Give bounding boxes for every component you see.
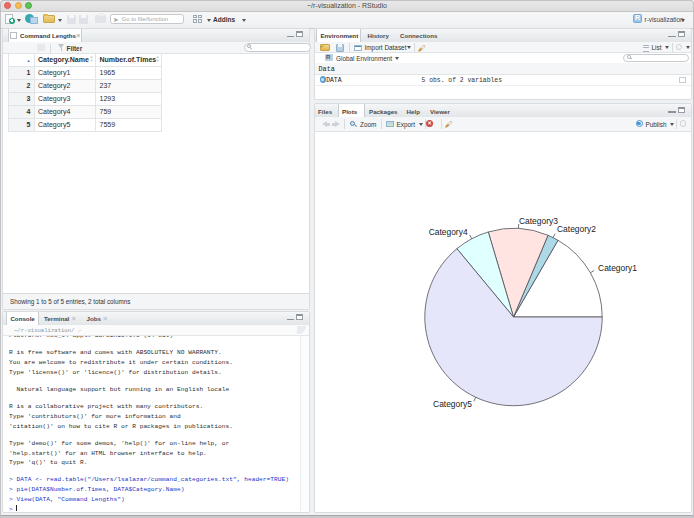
- svg-text:Category1: Category1: [598, 263, 637, 273]
- svg-text:Category4: Category4: [428, 227, 467, 237]
- svg-text:Category5: Category5: [433, 398, 472, 408]
- svg-text:Category3: Category3: [518, 216, 557, 226]
- svg-text:Category2: Category2: [557, 224, 596, 234]
